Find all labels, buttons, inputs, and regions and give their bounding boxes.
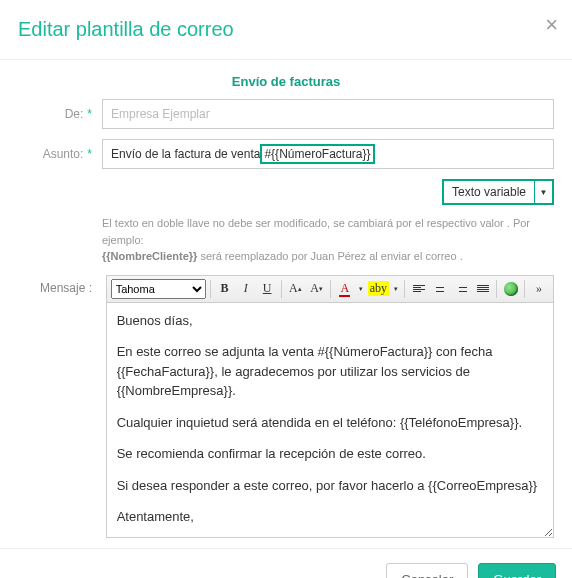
- underline-button[interactable]: U: [257, 279, 276, 299]
- modal-footer: Cancelar Guardar: [0, 548, 572, 579]
- cancel-button[interactable]: Cancelar: [386, 563, 468, 579]
- modal-subtitle: Envío de facturas: [0, 60, 572, 99]
- form: De:* Asunto:* Envío de la factura de ven…: [0, 99, 572, 548]
- row-subject: Asunto:* Envío de la factura de venta#{{…: [18, 139, 554, 169]
- close-icon[interactable]: ×: [545, 12, 558, 38]
- from-label: De:*: [18, 107, 92, 121]
- from-input[interactable]: [102, 99, 554, 129]
- more-button[interactable]: »: [529, 279, 548, 299]
- font-increase-button[interactable]: A▴: [286, 279, 305, 299]
- bold-button[interactable]: B: [215, 279, 234, 299]
- help-text: El texto en doble llave no debe ser modi…: [102, 215, 554, 265]
- highlight-button[interactable]: aby: [367, 279, 389, 299]
- font-family-select[interactable]: Tahoma: [111, 279, 206, 299]
- link-button[interactable]: [501, 279, 520, 299]
- modal-title: Editar plantilla de correo: [18, 18, 554, 41]
- row-from: De:*: [18, 99, 554, 129]
- font-decrease-button[interactable]: A▾: [307, 279, 326, 299]
- message-label: Mensaje :: [18, 281, 92, 295]
- subject-label: Asunto:*: [18, 147, 92, 161]
- body-p4: Se recomienda confirmar la recepción de …: [117, 444, 543, 464]
- modal-header: Editar plantilla de correo: [0, 0, 572, 51]
- subject-plain: Envío de la factura de venta: [111, 147, 260, 161]
- variable-text-dropdown[interactable]: Texto variable ▼: [442, 179, 554, 205]
- richtext-editor: Tahoma B I U A▴ A▾ A ▾ aby ▾: [106, 275, 554, 538]
- italic-button[interactable]: I: [236, 279, 255, 299]
- chevron-down-icon[interactable]: ▼: [534, 181, 552, 203]
- align-center-button[interactable]: [430, 279, 449, 299]
- variable-text-label: Texto variable: [444, 181, 534, 203]
- body-p2: En este correo se adjunta la venta #{{Nú…: [117, 342, 543, 401]
- editor-toolbar: Tahoma B I U A▴ A▾ A ▾ aby ▾: [106, 275, 554, 302]
- row-message: Mensaje : Tahoma B I U A▴ A▾ A ▾ aby: [18, 275, 554, 538]
- save-button[interactable]: Guardar: [478, 563, 556, 579]
- subject-variable-highlight: #{{NúmeroFactura}}: [260, 144, 374, 164]
- font-color-button[interactable]: A: [335, 279, 354, 299]
- align-left-button[interactable]: [409, 279, 428, 299]
- font-color-dropdown-icon[interactable]: ▾: [356, 279, 365, 299]
- subject-input[interactable]: Envío de la factura de venta#{{NúmeroFac…: [102, 139, 554, 169]
- subtitle-text: Envío de facturas: [232, 74, 340, 89]
- body-p1: Buenos días,: [117, 311, 543, 331]
- align-justify-button[interactable]: [473, 279, 492, 299]
- body-p5: Si desea responder a este correo, por fa…: [117, 476, 543, 496]
- highlight-dropdown-icon[interactable]: ▾: [391, 279, 400, 299]
- body-p3: Cualquier inquietud será atendida en el …: [117, 413, 543, 433]
- email-template-modal: × Editar plantilla de correo Envío de fa…: [0, 0, 572, 578]
- body-p6: Atentamente,: [117, 507, 543, 527]
- globe-icon: [504, 282, 518, 296]
- editor-body[interactable]: Buenos días, En este correo se adjunta l…: [106, 302, 554, 538]
- row-variable-button: Texto variable ▼: [18, 179, 554, 205]
- align-right-button[interactable]: [452, 279, 471, 299]
